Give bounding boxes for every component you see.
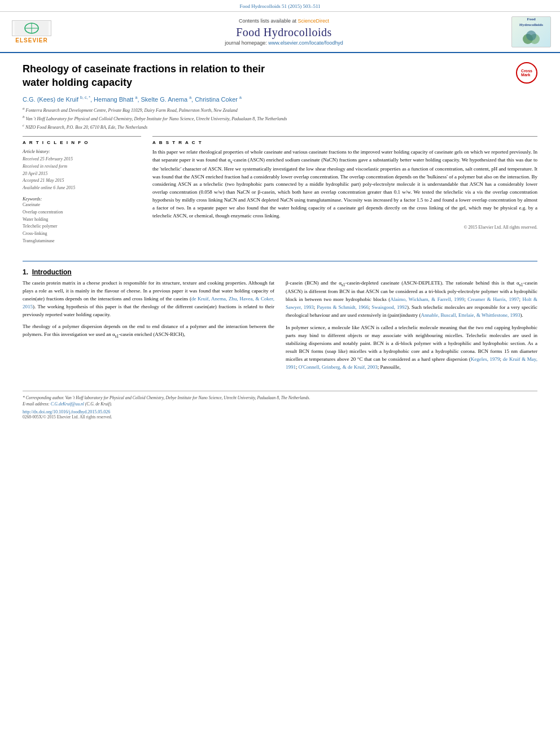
- keyword-3: Water holding: [23, 216, 141, 224]
- copyright-line: © 2015 Elsevier Ltd. All rights reserved…: [152, 225, 537, 230]
- intro-para-2: The rheology of a polymer dispersion dep…: [23, 323, 274, 339]
- introduction-section: 1. Introduction The casein protein matri…: [0, 268, 560, 385]
- crossmark-badge: CrossMark: [516, 62, 537, 84]
- article-history: Article history: Received 25 February 20…: [23, 148, 141, 192]
- keyword-1: Caseinate: [23, 202, 141, 209]
- elsevier-logo-section: ELSEVIER: [9, 20, 54, 43]
- keywords-section: Keywords: Caseinate Overlap concentratio…: [23, 196, 141, 245]
- ref-creamer[interactable]: Creamer & Harris, 1997: [467, 296, 519, 302]
- footnote-area: * Corresponding author. Van 't Hoff labo…: [23, 391, 537, 420]
- affiliation-c: c NIZO Food Research, P.O. Box 20, 6710 …: [23, 123, 537, 131]
- section-title: Introduction: [32, 268, 72, 276]
- ref-annable[interactable]: Annable, Buscall, Ettelaie, & Whittlesto…: [421, 312, 520, 318]
- homepage-url[interactable]: www.elsevier.com/locate/foodhyd: [268, 40, 343, 46]
- issn-line: 0268-005X/© 2015 Elsevier Ltd. All right…: [23, 414, 537, 420]
- journal-citation-bar: Food Hydrocolloids 51 (2015) 503–511: [0, 0, 560, 12]
- journal-logo-right: FoodHydrocolloids: [511, 16, 551, 47]
- ref-oconnell[interactable]: O'Connell, Grinberg, & de Kruif, 2003: [299, 364, 378, 370]
- journal-citation: Food Hydrocolloids 51 (2015) 503–511: [239, 3, 320, 9]
- abstract-text: In this paper we relate rheological prop…: [152, 148, 537, 220]
- doi-line[interactable]: http://dx.doi.org/10.1016/j.foodhyd.2015…: [23, 409, 537, 414]
- keyword-6: Transglutaminase: [23, 238, 141, 245]
- received-revised-date: 20 April 2015: [23, 171, 141, 178]
- abstract-column: A B S T R A C T In this paper we relate …: [152, 136, 537, 245]
- journal-title: Food Hydrocolloids: [65, 26, 502, 39]
- ref-kegeles[interactable]: Kegeles, 1979: [471, 356, 500, 362]
- keyword-2: Overlap concentration: [23, 209, 141, 216]
- page: Food Hydrocolloids 51 (2015) 503–511 ELS…: [0, 0, 560, 747]
- affiliation-b: b Van 't Hoff Laboratory for Physical an…: [23, 114, 537, 123]
- section-divider: [23, 261, 537, 261]
- intro-para-3: β-casein (BCN) and the αs1-casein-deplet…: [286, 279, 537, 320]
- abstract-section: A B S T R A C T In this paper we relate …: [152, 136, 537, 230]
- ref-swaisgood[interactable]: Swaisgood, 1992: [371, 304, 407, 310]
- intro-left-col: The casein protein matrix in a cheese pr…: [23, 279, 274, 376]
- affiliations: a Fonterra Research and Development Cent…: [23, 106, 537, 130]
- elsevier-label: ELSEVIER: [15, 37, 47, 43]
- article-title: Rheology of caseinate fractions in relat…: [23, 62, 507, 90]
- footnote-star: * Corresponding author. Van 't Hoff labo…: [23, 395, 537, 401]
- intro-para-1: The casein protein matrix in a cheese pr…: [23, 279, 274, 319]
- keywords-label: Keywords:: [23, 196, 141, 202]
- affiliation-a: a Fonterra Research and Development Cent…: [23, 106, 537, 114]
- received-revised-label: Received in revised form: [23, 163, 141, 171]
- journal-homepage: journal homepage: www.elsevier.com/locat…: [65, 40, 502, 46]
- history-label: Article history:: [23, 148, 141, 156]
- footnote-email-suffix: (C.G. de Kruif).: [85, 401, 112, 407]
- journal-center: Contents lists available at ScienceDirec…: [65, 18, 502, 46]
- authors-line: C.G. (Kees) de Kruif b, c, *, Hemang Bha…: [23, 95, 537, 103]
- article-info-abstract-section: A R T I C L E I N F O Article history: R…: [23, 136, 537, 245]
- intro-right-col: β-casein (BCN) and the αs1-casein-deplet…: [286, 279, 537, 376]
- contents-line: Contents lists available at ScienceDirec…: [65, 18, 502, 24]
- article-info-label: A R T I C L E I N F O: [23, 140, 141, 145]
- keyword-4: Telechelic polymer: [23, 223, 141, 230]
- article-info-column: A R T I C L E I N F O Article history: R…: [23, 136, 141, 245]
- abstract-label: A B S T R A C T: [152, 140, 537, 145]
- intro-para-4: In polymer science, a molecule like ASCN…: [286, 324, 537, 372]
- ref-alaimo[interactable]: Alaimo, Wickham, & Farrell, 1999: [390, 296, 464, 302]
- ref-payens[interactable]: Payens & Schmidt, 1966: [317, 304, 369, 310]
- ref-de-kruif-2015[interactable]: de Kruif, Anema, Zhu, Havea, & Coker, 20…: [23, 296, 274, 309]
- received-date: Received 25 February 2015: [23, 156, 141, 163]
- intro-two-col: The casein protein matrix in a cheese pr…: [23, 279, 537, 376]
- footnote-email-line: E-mail address: C.G.deKruif@uu.nl (C.G. …: [23, 401, 537, 407]
- sciencedirect-link[interactable]: ScienceDirect: [298, 18, 330, 24]
- elsevier-logo-image: [12, 20, 51, 36]
- journal-header: ELSEVIER Contents lists available at Sci…: [0, 12, 560, 53]
- article-body: Rheology of caseinate fractions in relat…: [0, 53, 560, 254]
- accepted-date: Accepted 21 May 2015: [23, 177, 141, 185]
- keyword-5: Cross-linking: [23, 230, 141, 238]
- article-title-section: Rheology of caseinate fractions in relat…: [23, 62, 537, 90]
- article-info-box: A R T I C L E I N F O Article history: R…: [23, 136, 141, 245]
- email-link[interactable]: C.G.deKruif@uu.nl: [51, 401, 84, 407]
- section-heading: 1. Introduction: [23, 268, 537, 276]
- svg-point-6: [526, 30, 536, 41]
- available-date: Available online 6 June 2015: [23, 185, 141, 192]
